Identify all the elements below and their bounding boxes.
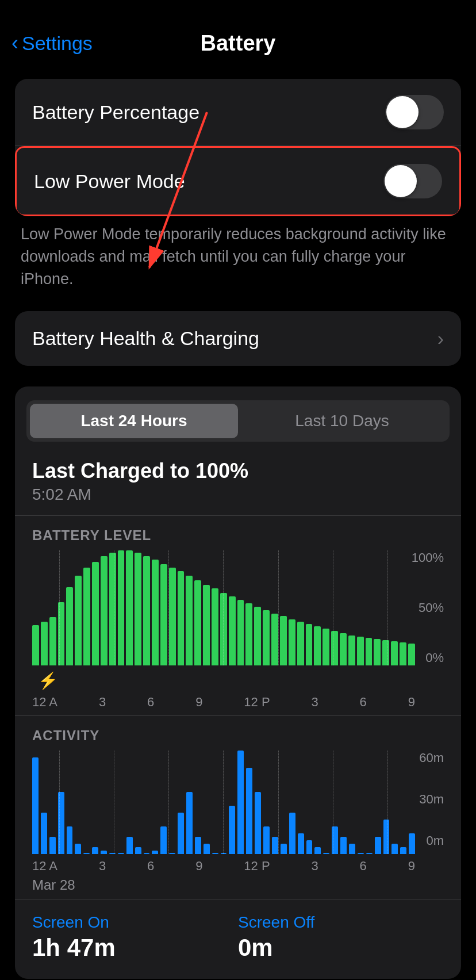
- battery-percentage-toggle[interactable]: [385, 95, 444, 129]
- x-label-12a: 12 A: [32, 695, 57, 710]
- activity-bar-31: [298, 833, 304, 854]
- low-power-mode-label: Low Power Mode: [34, 170, 185, 193]
- battery-bar-35: [331, 631, 338, 665]
- battery-health-section: Battery Health & Charging ›: [15, 311, 461, 366]
- activity-bar-41: [383, 820, 390, 854]
- activity-bar-34: [323, 853, 329, 854]
- activity-y-labels: 60m 30m 0m: [419, 751, 444, 854]
- x-label-6a: 6: [147, 695, 154, 710]
- activity-bar-44: [409, 833, 415, 854]
- battery-percentage-label: Battery Percentage: [32, 101, 199, 124]
- x-label-6p: 6: [360, 695, 367, 710]
- act-x-12a: 12 A: [32, 859, 57, 874]
- battery-y-labels: 100% 50% 0%: [412, 550, 444, 665]
- back-button[interactable]: ‹ Settings: [11, 32, 93, 55]
- act-x-6a: 6: [147, 859, 154, 874]
- activity-bar-20: [204, 844, 210, 854]
- low-power-mode-toggle[interactable]: [383, 164, 442, 198]
- activity-bar-26: [255, 792, 261, 854]
- activity-bar-32: [306, 840, 313, 854]
- activity-bar-23: [229, 806, 235, 854]
- activity-bar-4: [67, 826, 73, 854]
- activity-bar-15: [160, 826, 167, 854]
- battery-bar-4: [66, 587, 73, 665]
- battery-bar-43: [400, 642, 406, 665]
- battery-bar-23: [229, 596, 236, 665]
- battery-health-row[interactable]: Battery Health & Charging ›: [15, 311, 461, 366]
- tab-10d[interactable]: Last 10 Days: [238, 404, 446, 438]
- activity-bar-18: [186, 792, 193, 854]
- activity-bar-28: [272, 837, 278, 854]
- battery-bar-28: [271, 614, 278, 665]
- act-y-60m: 60m: [419, 751, 444, 765]
- time-range-tabs[interactable]: Last 24 Hours Last 10 Days: [26, 400, 450, 442]
- battery-bar-41: [382, 640, 389, 665]
- battery-bar-6: [83, 568, 90, 665]
- screen-on-stat: Screen On 1h 47m: [32, 913, 238, 962]
- last-charged-title: Last Charged to 100%: [32, 459, 444, 483]
- activity-bar-16: [169, 853, 175, 854]
- activity-bar-30: [289, 813, 295, 854]
- activity-label: ACTIVITY: [32, 728, 444, 744]
- activity-bars-container: [32, 751, 415, 854]
- battery-bar-10: [118, 550, 125, 665]
- battery-bar-16: [169, 568, 176, 665]
- activity-bar-17: [178, 813, 184, 854]
- tab-24h[interactable]: Last 24 Hours: [30, 404, 238, 438]
- settings-toggles-section: Battery Percentage Low Power Mode: [15, 79, 461, 216]
- activity-bar-14: [152, 851, 158, 854]
- battery-bar-33: [314, 626, 321, 665]
- battery-bar-32: [306, 624, 313, 665]
- act-x-9p: 9: [408, 859, 415, 874]
- battery-bar-34: [323, 629, 329, 665]
- activity-bar-40: [375, 837, 381, 854]
- battery-bar-11: [126, 550, 133, 665]
- low-power-mode-row[interactable]: Low Power Mode: [15, 146, 461, 216]
- act-x-9a: 9: [195, 859, 202, 874]
- back-label: Settings: [22, 32, 93, 55]
- activity-chart-area: 60m 30m 0m: [32, 751, 444, 854]
- battery-bar-19: [194, 580, 201, 665]
- activity-bar-1: [41, 813, 47, 854]
- screen-off-label: Screen Off: [238, 913, 444, 932]
- battery-bar-26: [254, 607, 261, 665]
- battery-bar-39: [366, 638, 373, 665]
- activity-bar-13: [144, 853, 150, 854]
- activity-x-labels: 12 A 3 6 9 12 P 3 6 9: [32, 854, 415, 874]
- activity-bar-12: [135, 847, 141, 854]
- battery-bar-30: [289, 619, 295, 665]
- charge-indicator-row: ⚡: [32, 669, 415, 690]
- battery-bars-container: [32, 550, 415, 665]
- battery-bar-3: [58, 602, 65, 665]
- activity-bar-22: [221, 853, 227, 854]
- act-y-30m: 30m: [419, 792, 444, 807]
- activity-bar-21: [212, 853, 218, 854]
- battery-bar-17: [178, 571, 185, 665]
- y-label-0: 0%: [412, 650, 444, 665]
- screen-on-label: Screen On: [32, 913, 238, 932]
- activity-bar-0: [32, 757, 39, 854]
- battery-bar-29: [280, 616, 287, 665]
- battery-bar-1: [41, 622, 48, 665]
- activity-bar-11: [126, 837, 133, 854]
- screen-on-value: 1h 47m: [32, 934, 238, 962]
- battery-percentage-row[interactable]: Battery Percentage: [15, 79, 461, 146]
- activity-bar-10: [118, 853, 124, 854]
- battery-bar-22: [220, 593, 227, 665]
- battery-bar-24: [237, 600, 244, 665]
- activity-bar-35: [332, 826, 338, 854]
- x-label-12p: 12 P: [244, 695, 270, 710]
- screen-off-value: 0m: [238, 934, 444, 962]
- activity-bar-5: [75, 844, 81, 854]
- x-label-9a: 9: [195, 695, 202, 710]
- battery-bar-21: [212, 588, 218, 665]
- activity-bar-3: [58, 792, 64, 854]
- battery-health-label: Battery Health & Charging: [32, 327, 259, 350]
- last-charged-time: 5:02 AM: [32, 485, 444, 504]
- low-power-toggle-knob: [385, 165, 417, 197]
- battery-bar-20: [203, 585, 210, 665]
- activity-bar-9: [109, 853, 116, 854]
- battery-bar-31: [297, 622, 304, 665]
- activity-bar-42: [391, 844, 398, 854]
- battery-bar-14: [152, 560, 159, 665]
